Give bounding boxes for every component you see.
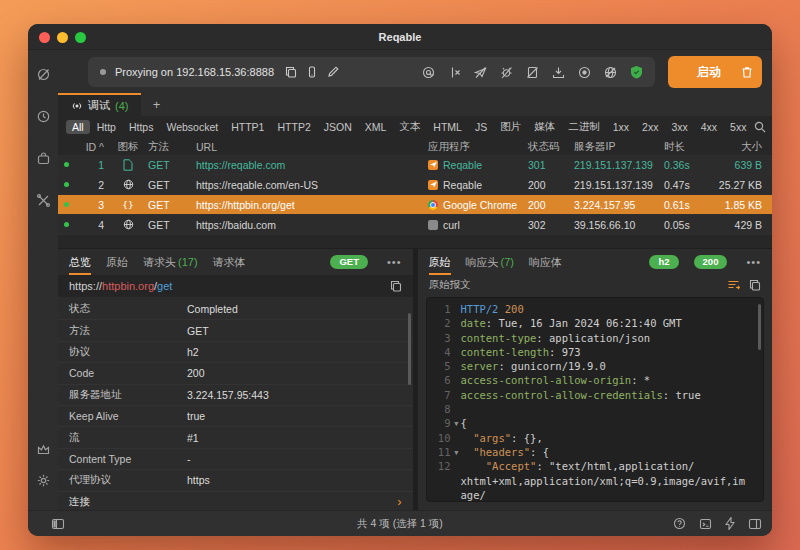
phone-icon[interactable] (306, 66, 318, 78)
ssl-shield-icon[interactable] (630, 65, 643, 79)
globe-icon (108, 179, 148, 190)
filter-chip-媒体[interactable]: 媒体 (528, 119, 561, 135)
close-window-button[interactable] (39, 32, 50, 43)
filter-chip-1xx[interactable]: 1xx (607, 120, 635, 134)
filter-chip-html[interactable]: HTML (427, 120, 468, 134)
response-code-scrollbar[interactable] (758, 304, 761, 350)
cell-server-ip: 219.151.137.139 (574, 159, 664, 171)
overview-row: Content Type- (58, 449, 413, 470)
tab-debug[interactable]: 调试 (4) (58, 93, 141, 116)
console-icon[interactable] (699, 518, 712, 530)
code-line: 2date: Tue, 16 Jan 2024 06:21:40 GMT (427, 316, 764, 330)
cell-status: 301 (528, 159, 574, 171)
settings-icon[interactable] (36, 473, 51, 488)
code-line: 8 (427, 402, 764, 416)
filter-chip-3xx[interactable]: 3xx (665, 120, 693, 134)
premium-icon[interactable] (36, 442, 51, 457)
fold-arrow-icon: ▼ (454, 446, 458, 460)
braces-icon: {} (108, 199, 148, 210)
filter-chip-5xx[interactable]: 5xx (724, 120, 752, 134)
filter-chip-http2[interactable]: HTTP2 (271, 120, 316, 134)
add-tab-button[interactable]: + (141, 93, 171, 116)
filter-chip-4xx[interactable]: 4xx (695, 120, 723, 134)
selection-summary: 共 4 项 (选择 1 项) (28, 517, 772, 531)
request-tab-请求头[interactable]: 请求头(17) (143, 249, 198, 275)
filter-chip-js[interactable]: JS (469, 120, 493, 134)
code-line: 10 "args": {}, (427, 431, 764, 445)
overview-row: 服务器地址3.224.157.95:443 (58, 385, 413, 406)
filter-chip-json[interactable]: JSON (318, 120, 358, 134)
wireless-signal-icon (71, 101, 83, 111)
request-tab-总览[interactable]: 总览 (69, 249, 91, 275)
connection-row[interactable]: 连接› (58, 492, 413, 510)
format-icon[interactable] (727, 279, 740, 291)
request-tab-请求体[interactable]: 请求体 (213, 249, 246, 275)
search-icon[interactable] (754, 121, 766, 133)
response-tab-响应体[interactable]: 响应体 (529, 249, 562, 275)
filter-chip-http1[interactable]: HTTP1 (225, 120, 270, 134)
request-panel-tabs: 总览原始请求头(17)请求体 GET ••• (58, 249, 413, 275)
table-row[interactable]: 3{}GEThttps://httpbin.org/getGoogle Chro… (58, 195, 772, 214)
help-icon[interactable] (673, 517, 686, 530)
copy-url-icon[interactable] (390, 280, 402, 292)
status-dot (64, 182, 69, 187)
sort-indicator: ^ (99, 141, 104, 153)
mitm-off-icon[interactable] (474, 66, 487, 79)
response-tab-响应头[interactable]: 响应头(7) (466, 249, 514, 275)
toggle-bottom-panel-icon[interactable] (748, 518, 762, 530)
copy-response-icon[interactable] (749, 279, 761, 291)
toggle-left-panel-icon[interactable] (51, 518, 65, 530)
code-line: 6access-control-allow-origin: * (427, 373, 764, 387)
proxy-status-dot (100, 69, 106, 75)
request-tab-原始[interactable]: 原始 (106, 249, 128, 275)
trash-icon[interactable] (741, 66, 753, 79)
start-button[interactable]: 启动 (668, 56, 762, 88)
table-row[interactable]: 1GEThttps://reqable.comReqable301219.151… (58, 155, 772, 174)
filter-chip-all[interactable]: All (66, 120, 90, 134)
at-icon[interactable] (422, 66, 435, 79)
table-header: ID ^ 图标 方法 URL 应用程序 状态码 服务器IP 时长 大小 (58, 138, 772, 155)
filter-chip-xml[interactable]: XML (359, 120, 393, 134)
cell-url: https://baidu.com (196, 219, 428, 231)
code-line: 11▼ "headers": { (427, 445, 764, 459)
bug-off-icon[interactable] (500, 66, 513, 79)
table-row[interactable]: 4GEThttps://baidu.comcurl30239.156.66.10… (58, 215, 772, 234)
shortcut-icon[interactable] (725, 517, 735, 530)
filter-chip-图片[interactable]: 图片 (494, 119, 527, 135)
request-more-button[interactable]: ••• (387, 256, 402, 268)
download-icon[interactable] (552, 66, 565, 79)
filter-chip-https[interactable]: Https (123, 120, 160, 134)
maximize-window-button[interactable] (75, 32, 86, 43)
code-line: 9▼{ (427, 416, 764, 430)
edit-icon[interactable] (327, 66, 339, 78)
filter-chip-二进制[interactable]: 二进制 (562, 119, 606, 135)
collections-icon[interactable] (36, 151, 51, 166)
filter-chip-2xx[interactable]: 2xx (636, 120, 664, 134)
network-off-icon[interactable] (604, 66, 617, 79)
cell-method: GET (148, 199, 196, 211)
filter-chip-文本[interactable]: 文本 (393, 119, 426, 135)
script-off-icon[interactable] (526, 66, 539, 79)
cell-duration: 0.05s (664, 219, 710, 231)
cell-duration: 0.36s (664, 159, 710, 171)
toolbox-icon[interactable] (36, 193, 51, 208)
debug-icon[interactable] (36, 67, 51, 82)
record-icon[interactable] (578, 66, 591, 79)
copy-icon[interactable] (285, 66, 297, 78)
response-panel: 原始响应头(7)响应体 h2 200 ••• 原始报文 (418, 249, 773, 510)
table-row[interactable]: 2GEThttps://reqable.com/en-USReqable2002… (58, 175, 772, 194)
overview-row: 流#1 (58, 427, 413, 448)
history-icon[interactable] (36, 109, 51, 124)
cell-server-ip: 3.224.157.95 (574, 199, 664, 211)
filter-chip-http[interactable]: Http (91, 120, 122, 134)
overview-row: 协议h2 (58, 342, 413, 363)
minimize-window-button[interactable] (57, 32, 68, 43)
raw-response-viewer[interactable]: 1HTTP/2 2002date: Tue, 16 Jan 2024 06:21… (426, 297, 765, 502)
breakpoint-icon[interactable] (448, 66, 461, 79)
response-tab-原始[interactable]: 原始 (429, 249, 451, 275)
response-more-button[interactable]: ••• (746, 256, 761, 268)
filter-chip-websocket[interactable]: Websocket (160, 120, 224, 134)
overview-row: 状态Completed (58, 299, 413, 320)
code-line: 12 "Accept": "text/html,application/ xht… (427, 459, 764, 502)
request-panel-scrollbar[interactable] (408, 313, 411, 385)
